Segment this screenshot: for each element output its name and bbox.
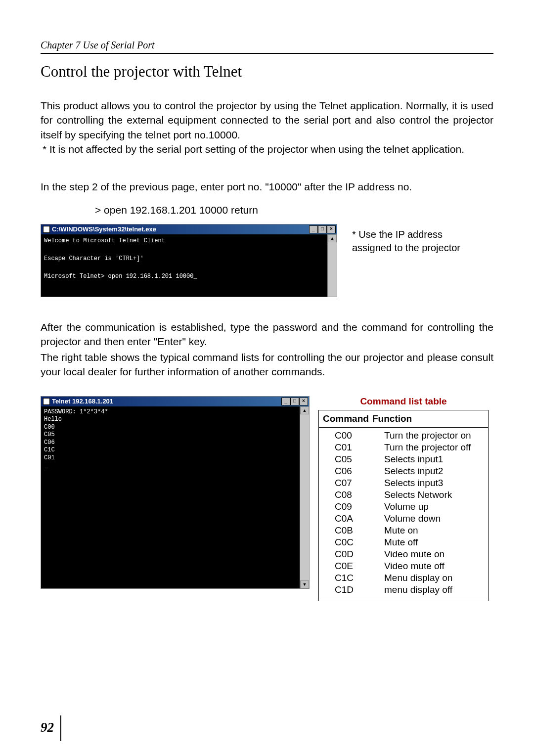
cell-function: Video mute off [384, 561, 445, 572]
term1-line1: Welcome to Microsoft Telnet Client [44, 237, 165, 244]
terminal-window-1: C:\WINDOWS\System32\telnet.exe _ □ × Wel… [41, 224, 337, 297]
scroll-down-icon-2[interactable]: ▼ [300, 580, 309, 588]
table-row: C0AVolume down [323, 513, 484, 525]
section-title: Control the projector with Telnet [41, 63, 493, 81]
cell-command: C0B [323, 525, 384, 536]
page-number-divider [60, 715, 61, 741]
scroll-up-icon-2[interactable]: ▲ [300, 406, 309, 414]
cell-command: C01 [323, 442, 384, 453]
cell-command: C09 [323, 501, 384, 512]
minimize-button[interactable]: _ [309, 225, 318, 233]
table-row: C00Turn the projector on [323, 430, 484, 442]
app-icon [43, 226, 50, 233]
command-table-title: Command list table [318, 396, 489, 407]
cell-command: C0A [323, 513, 384, 524]
cell-function: Selects Network [384, 489, 452, 500]
lower-block: Telnet 192.168.1.201 _ □ × PASSWORD: 1*2… [41, 396, 493, 601]
table-row: C0BMute on [323, 525, 484, 536]
scroll-up-icon[interactable]: ▲ [328, 234, 337, 242]
side-note-1: * Use the IP address assigned to the pro… [352, 224, 466, 255]
screenshot-row-1: C:\WINDOWS\System32\telnet.exe _ □ × Wel… [41, 224, 493, 297]
step-command: > open 192.168.1.201 10000 return [95, 204, 493, 216]
table-row: C01Turn the projector off [323, 442, 484, 453]
table-row: C0CMute off [323, 536, 484, 548]
cell-command: C1D [323, 584, 384, 595]
cell-function: Mute off [384, 537, 418, 548]
cell-function: menu display off [384, 584, 452, 595]
terminal-window-2: Telnet 192.168.1.201 _ □ × PASSWORD: 1*2… [41, 396, 310, 589]
command-table-wrapper: Command list table Command Function C00T… [318, 396, 489, 601]
minimize-button-2[interactable]: _ [281, 398, 290, 405]
maximize-button-2[interactable]: □ [290, 398, 299, 405]
cell-function: Volume up [384, 501, 429, 512]
cell-command: C07 [323, 478, 384, 489]
table-row: C07Selects input3 [323, 477, 484, 489]
titlebar-1: C:\WINDOWS\System32\telnet.exe _ □ × [41, 224, 337, 234]
page-number: 92 [41, 720, 59, 735]
cell-command: C1C [323, 573, 384, 583]
after-paragraph-1: After the communication is established, … [41, 320, 493, 349]
after-paragraph-2: The right table shows the typical comman… [41, 350, 493, 379]
table-row: C0EVideo mute off [323, 560, 484, 572]
term1-line2: Escape Character is 'CTRL+]' [44, 255, 144, 262]
scrollbar-1[interactable]: ▲ [327, 234, 337, 297]
cell-function: Mute on [384, 525, 418, 536]
cell-function: Selects input2 [384, 466, 443, 477]
close-button-2[interactable]: × [299, 398, 308, 405]
cell-command: C00 [323, 430, 384, 441]
cell-command: C0E [323, 561, 384, 572]
app-icon-2 [43, 398, 50, 405]
cell-command: C08 [323, 489, 384, 500]
cell-function: Selects input3 [384, 478, 443, 489]
titlebar-2: Telnet 192.168.1.201 _ □ × [41, 397, 309, 406]
cell-function: Turn the projector on [384, 430, 471, 441]
titlebar-text-2: Telnet 192.168.1.201 [52, 398, 113, 405]
step-instruction: In the step 2 of the previous page, ente… [41, 179, 493, 194]
cell-function: Selects input1 [384, 454, 443, 465]
intro-note: * It is not affected by the serial port … [41, 142, 493, 156]
command-table-rows: C00Turn the projector onC01Turn the proj… [319, 428, 488, 596]
header-command: Command [323, 413, 372, 424]
cell-function: Turn the projector off [384, 442, 471, 453]
table-row: C06Selects input2 [323, 465, 484, 477]
window-buttons-1: _ □ × [309, 225, 336, 233]
page: Chapter 7 Use of Serial Port Control the… [0, 0, 534, 756]
table-row: C09Volume up [323, 501, 484, 513]
table-row: C05Selects input1 [323, 453, 484, 465]
terminal-body-1[interactable]: Welcome to Microsoft Telnet Client Escap… [41, 234, 327, 297]
maximize-button[interactable]: □ [318, 225, 327, 233]
header-function: Function [372, 413, 412, 424]
cell-command: C0C [323, 537, 384, 548]
window-buttons-2: _ □ × [281, 398, 308, 405]
table-row: C1CMenu display on [323, 572, 484, 584]
cell-function: Volume down [384, 513, 441, 524]
intro-paragraph: This product allows you to control the p… [41, 98, 493, 142]
cell-function: Video mute on [384, 549, 445, 560]
chapter-header: Chapter 7 Use of Serial Port [41, 40, 493, 54]
table-row: C0DVideo mute on [323, 548, 484, 560]
close-button[interactable]: × [327, 225, 336, 233]
scrollbar-2[interactable]: ▲ ▼ [300, 406, 309, 588]
cell-command: C05 [323, 454, 384, 465]
table-row: C08Selects Network [323, 489, 484, 501]
cell-command: C06 [323, 466, 384, 477]
titlebar-text-1: C:\WINDOWS\System32\telnet.exe [52, 225, 156, 233]
table-row: C1Dmenu display off [323, 584, 484, 596]
term1-line3: Microsoft Telnet> open 192.168.1.201 100… [44, 273, 197, 280]
command-table-header: Command Function [319, 410, 488, 428]
cell-function: Menu display on [384, 573, 452, 583]
terminal-body-2[interactable]: PASSWORD: 1*2*3*4* Hello C00 C05 C06 C1C… [41, 406, 300, 588]
command-table: Command Function C00Turn the projector o… [318, 410, 489, 601]
cell-command: C0D [323, 549, 384, 560]
